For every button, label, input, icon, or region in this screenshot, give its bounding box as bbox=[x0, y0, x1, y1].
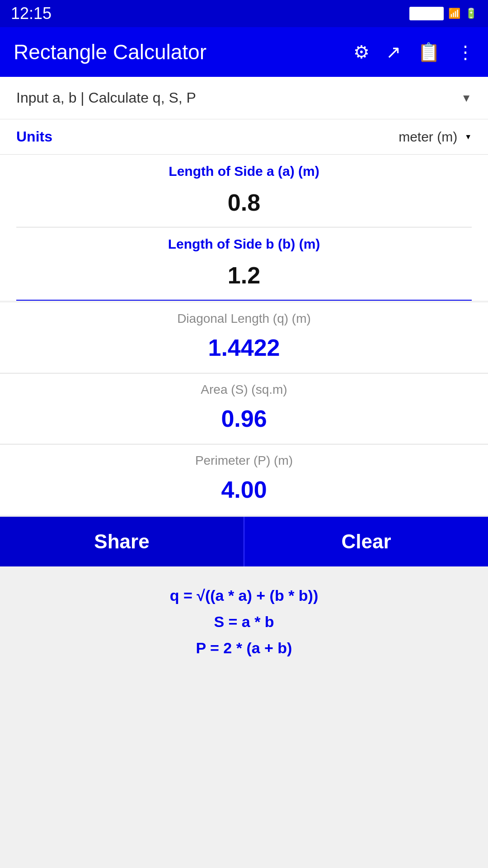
perimeter-label: Perimeter (P) (m) bbox=[16, 453, 472, 468]
formula-area: S = a * b bbox=[9, 609, 479, 635]
formula-perimeter: P = 2 * (a + b) bbox=[9, 635, 479, 661]
app-title: Rectangle Calculator bbox=[14, 40, 344, 64]
results-section: Diagonal Length (q) (m) 1.4422 Area (S) … bbox=[0, 302, 488, 515]
input-section: Length of Side a (a) (m) 0.8 Length of S… bbox=[0, 155, 488, 301]
formulas-section: q = √((a * a) + (b * b)) S = a * b P = 2… bbox=[0, 566, 488, 677]
units-arrow-icon: ▼ bbox=[465, 133, 472, 141]
status-icons: VoLTE 📶 🔋 bbox=[409, 7, 477, 20]
side-b-label: Length of Side b (b) (m) bbox=[16, 236, 472, 252]
area-label: Area (S) (sq.m) bbox=[16, 382, 472, 397]
app-bar-icons: ⚙ ↗ 📋 ⋮ bbox=[353, 42, 474, 63]
battery-icon: 🔋 bbox=[465, 8, 477, 19]
diagonal-value: 1.4422 bbox=[16, 330, 472, 368]
settings-icon[interactable]: ⚙ bbox=[353, 42, 370, 62]
side-b-group: Length of Side b (b) (m) 1.2 bbox=[16, 227, 472, 301]
more-icon[interactable]: ⋮ bbox=[456, 42, 474, 62]
side-a-value[interactable]: 0.8 bbox=[16, 184, 472, 222]
diagonal-label: Diagonal Length (q) (m) bbox=[16, 311, 472, 326]
app-bar: Rectangle Calculator ⚙ ↗ 📋 ⋮ bbox=[0, 27, 488, 77]
area-value: 0.96 bbox=[16, 401, 472, 439]
units-row: Units meter (m) ▼ bbox=[0, 119, 488, 154]
units-label: Units bbox=[16, 128, 389, 145]
area-row: Area (S) (sq.m) 0.96 bbox=[0, 373, 488, 444]
formula-diagonal: q = √((a * a) + (b * b)) bbox=[9, 583, 479, 609]
mode-dropdown-text: Input a, b | Calculate q, S, P bbox=[16, 90, 196, 106]
action-buttons: Share Clear bbox=[0, 517, 488, 566]
mode-dropdown[interactable]: Input a, b | Calculate q, S, P ▼ bbox=[0, 77, 488, 119]
volte-icon: VoLTE bbox=[409, 7, 444, 20]
side-a-group: Length of Side a (a) (m) 0.8 bbox=[16, 155, 472, 227]
clear-button[interactable]: Clear bbox=[244, 517, 488, 566]
side-b-value[interactable]: 1.2 bbox=[16, 257, 472, 295]
copy-icon[interactable]: 📋 bbox=[418, 42, 440, 63]
units-value: meter (m) bbox=[399, 129, 457, 145]
status-bar: 12:15 VoLTE 📶 🔋 bbox=[0, 0, 488, 27]
side-a-label: Length of Side a (a) (m) bbox=[16, 164, 472, 179]
perimeter-value: 4.00 bbox=[16, 472, 472, 510]
share-icon[interactable]: ↗ bbox=[386, 42, 401, 62]
perimeter-row: Perimeter (P) (m) 4.00 bbox=[0, 444, 488, 515]
signal-icon: 📶 bbox=[448, 8, 460, 19]
mode-dropdown-arrow-icon: ▼ bbox=[461, 92, 472, 104]
status-time: 12:15 bbox=[11, 4, 52, 23]
share-button[interactable]: Share bbox=[0, 517, 244, 566]
dropdown-section: Input a, b | Calculate q, S, P ▼ Units m… bbox=[0, 77, 488, 155]
diagonal-row: Diagonal Length (q) (m) 1.4422 bbox=[0, 302, 488, 373]
units-select[interactable]: meter (m) ▼ bbox=[399, 129, 472, 145]
main-content: Input a, b | Calculate q, S, P ▼ Units m… bbox=[0, 77, 488, 868]
